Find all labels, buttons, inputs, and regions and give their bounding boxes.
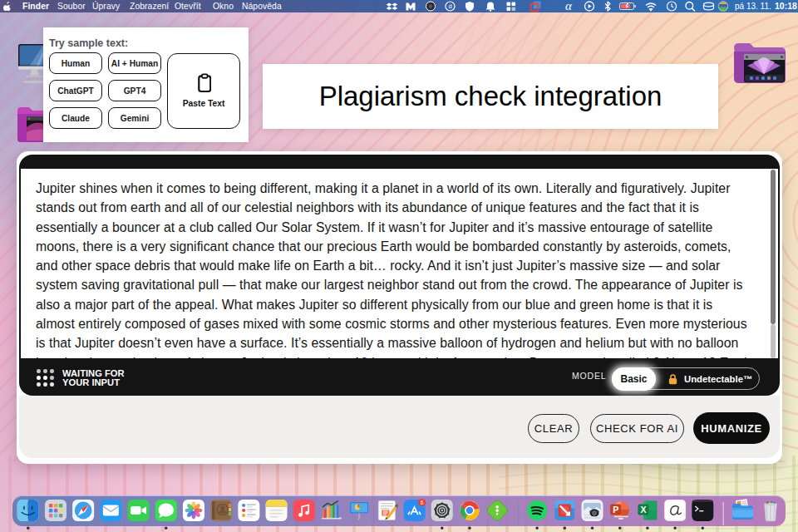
svg-text:6: 6: [421, 500, 424, 505]
svg-text:X: X: [640, 505, 646, 515]
svg-text:P: P: [613, 505, 618, 515]
